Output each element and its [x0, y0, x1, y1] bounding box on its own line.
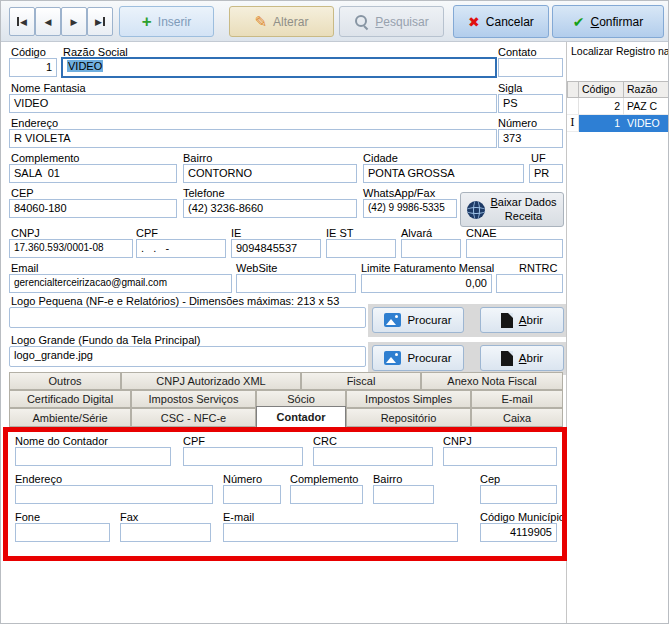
ie-st-label: IE ST [326, 227, 354, 239]
razao-social-field[interactable]: VIDEO [61, 57, 497, 78]
email-label: Email [11, 262, 39, 274]
abrir-logo-grande-button[interactable]: Abrir [480, 345, 564, 371]
tab-cnpj-autorizado-xml[interactable]: CNPJ Autorizado XML [121, 372, 301, 390]
contador-numero-field[interactable] [223, 485, 281, 504]
tab-fiscal[interactable]: Fiscal [301, 372, 421, 390]
contador-cpf-field[interactable] [183, 447, 303, 466]
grid-header-codigo[interactable]: Código [578, 81, 624, 98]
website-label: WebSite [236, 262, 277, 274]
complemento-label: Complemento [11, 152, 79, 164]
nav-last-button[interactable]: ▶ [87, 7, 113, 36]
baixar-dados-line1: Baixar Dados [490, 196, 556, 209]
cancelar-button[interactable]: ✖ Cancelar [453, 5, 549, 38]
tab-caixa[interactable]: Caixa [471, 408, 563, 427]
nav-prev-button[interactable]: ◀ [35, 7, 61, 36]
contador-complemento-label: Complemento [290, 473, 358, 485]
contador-nome-field[interactable] [15, 447, 171, 466]
contador-cnpj-label: CNPJ [443, 435, 472, 447]
logo-pequena-label: Logo Pequena (NF-e e Relatórios) - Dimen… [11, 295, 339, 307]
pesquisar-label: Pesquisar [375, 15, 428, 29]
grid-header-razao[interactable]: Razão [623, 81, 669, 98]
endereco-field[interactable]: R VIOLETA [9, 129, 497, 148]
tab-contador[interactable]: Contador [256, 406, 346, 427]
contato-field[interactable] [498, 58, 563, 77]
grid-row1-razao-cell[interactable]: PAZ C [624, 98, 669, 115]
telefone-field[interactable]: (42) 3236-8660 [183, 199, 357, 218]
cep-field[interactable]: 84060-180 [9, 199, 177, 218]
tab-csc-nfce[interactable]: CSC - NFC-e [131, 408, 256, 427]
logo-grande-label: Logo Grande (Fundo da Tela Principal) [11, 334, 200, 346]
website-field[interactable] [236, 274, 356, 293]
contador-fone-field[interactable] [15, 523, 110, 542]
nome-fantasia-field[interactable]: VIDEO [9, 94, 497, 113]
tab-email[interactable]: E-mail [471, 390, 563, 408]
contador-bairro-label: Bairro [373, 473, 402, 485]
abrir-logo-pequena-button[interactable]: Abrir [480, 307, 564, 333]
bairro-field[interactable]: CONTORNO [183, 164, 357, 183]
uf-field[interactable]: PR [529, 164, 563, 183]
logo-pequena-field[interactable] [9, 307, 366, 328]
codigo-field[interactable]: 1 [9, 58, 57, 77]
cnpj-field[interactable]: 17.360.593/0001-08 [9, 239, 133, 258]
email-field[interactable]: gerencialterceirizacao@gmail.com [9, 274, 232, 293]
contador-cep-field[interactable] [480, 485, 557, 504]
tab-outros[interactable]: Outros [9, 372, 121, 390]
contador-complemento-field[interactable] [290, 485, 363, 504]
confirmar-button[interactable]: ✔ Confirmar [552, 5, 664, 38]
contador-crc-field[interactable] [313, 447, 433, 466]
grid-row1-codigo-cell[interactable]: 2 [579, 98, 624, 115]
contador-crc-label: CRC [313, 435, 337, 447]
document-icon [501, 351, 513, 366]
sigla-field[interactable]: PS [498, 94, 563, 113]
contador-cep-label: Cep [480, 473, 500, 485]
cnae-label: CNAE [466, 227, 497, 239]
first-record-bar-icon [17, 17, 19, 26]
rntrc-field[interactable] [496, 274, 563, 293]
alterar-button[interactable]: ✎ Alterar [229, 6, 334, 37]
whatsapp-fax-field[interactable]: (42) 9 9986-5335 [363, 199, 457, 218]
contador-bairro-field[interactable] [373, 485, 434, 504]
numero-field[interactable]: 373 [498, 129, 563, 148]
endereco-label: Endereço [11, 117, 58, 129]
procurar-logo-grande-button[interactable]: Procurar [372, 345, 464, 371]
app-window: ◀ ◀ ▶ ▶ + Inserir ✎ Alterar Pesquisar ✖ … [0, 0, 669, 624]
cidade-field[interactable]: PONTA GROSSA [363, 164, 524, 183]
ie-st-field[interactable] [326, 239, 396, 258]
cpf-field[interactable]: . . - [136, 239, 226, 258]
ie-field[interactable]: 9094845537 [231, 239, 321, 258]
contador-endereco-label: Endereço [15, 473, 62, 485]
grid-row2-razao-cell[interactable]: VIDEO [624, 115, 669, 132]
grid-row2-codigo-cell[interactable]: 1 [579, 115, 624, 132]
pesquisar-button[interactable]: Pesquisar [339, 6, 444, 37]
alvara-field[interactable] [401, 239, 461, 258]
numero-label: Número [498, 117, 537, 129]
tab-ambiente-serie[interactable]: Ambiente/Série [9, 408, 131, 427]
contador-codigo-municipio-field[interactable]: 4119905 [480, 523, 557, 542]
contador-cnpj-field[interactable] [443, 447, 557, 466]
nav-next-button[interactable]: ▶ [61, 7, 87, 36]
image-icon [384, 351, 401, 365]
cidade-label: Cidade [363, 152, 398, 164]
tab-impostos-simples[interactable]: Impostos Simples [346, 390, 471, 408]
tab-repositorio[interactable]: Repositório [346, 408, 471, 427]
nav-first-button[interactable]: ◀ [9, 7, 35, 36]
cep-label: CEP [11, 187, 34, 199]
document-icon [501, 313, 513, 328]
contador-email-field[interactable] [223, 523, 458, 542]
globe-icon [467, 201, 485, 219]
complemento-field[interactable]: SALA 01 [9, 164, 177, 183]
contador-fax-field[interactable] [120, 523, 211, 542]
contador-endereco-field[interactable] [15, 485, 213, 504]
tab-anexo-nota-fiscal[interactable]: Anexo Nota Fiscal [421, 372, 563, 390]
procurar-logo-pequena-button[interactable]: Procurar [372, 307, 464, 333]
nav-next-icon: ▶ [71, 17, 78, 27]
limite-faturamento-field[interactable]: 0,00 [361, 274, 492, 293]
inserir-button[interactable]: + Inserir [119, 6, 214, 37]
logo-grande-field[interactable]: logo_grande.jpg [9, 346, 366, 367]
search-icon [354, 14, 369, 29]
baixar-dados-line2: Receita [490, 210, 556, 223]
cnae-field[interactable] [466, 239, 563, 258]
tab-certificado-digital[interactable]: Certificado Digital [9, 390, 131, 408]
tab-impostos-servicos[interactable]: Impostos Serviços [131, 390, 256, 408]
baixar-dados-receita-button[interactable]: Baixar DadosReceita [460, 192, 564, 227]
